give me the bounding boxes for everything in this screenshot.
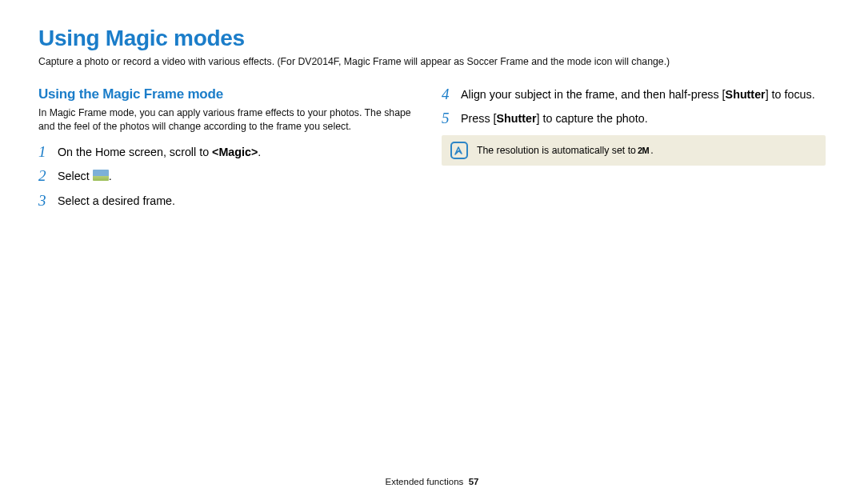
note-suffix: . [650,145,653,156]
step-text: Select a desired frame. [58,193,175,209]
step-3: 3 Select a desired frame. [38,193,422,209]
page-subtitle: Capture a photo or record a video with v… [38,56,826,69]
left-column: Using the Magic Frame mode In Magic Fram… [38,86,422,217]
text-suffix: ] to focus. [766,88,815,101]
note-icon [450,142,468,159]
step-number: 4 [442,86,453,102]
section-intro: In Magic Frame mode, you can apply vario… [38,106,422,133]
text-bold: Shutter [726,88,766,101]
text-bold: Shutter [497,112,537,125]
note-prefix: The resolution is automatically set to [477,145,636,156]
text-prefix: Align your subject in the frame, and the… [461,88,726,101]
footer: Extended functions 57 [0,477,864,486]
step-text: Select . [58,168,112,184]
step-4: 4 Align your subject in the frame, and t… [442,86,826,102]
step-number: 2 [38,168,50,184]
resolution-badge: 2M [638,146,649,155]
step-1: 1 On the Home screen, scroll to <Magic>. [38,144,422,160]
footer-section: Extended functions [385,477,463,486]
text-prefix: On the Home screen, scroll to [58,146,212,158]
section-title: Using the Magic Frame mode [38,86,422,102]
step-text: On the Home screen, scroll to <Magic>. [58,144,261,160]
content-columns: Using the Magic Frame mode In Magic Fram… [38,86,826,217]
text-suffix: ] to capture the photo. [537,112,648,125]
magic-frame-icon [93,170,109,181]
note-icon-wrap [442,142,477,159]
text-suffix: . [258,146,261,158]
right-column: 4 Align your subject in the frame, and t… [442,86,826,217]
step-number: 3 [38,193,50,209]
page-number: 57 [469,477,479,486]
text-suffix: . [109,170,112,182]
note-box: The resolution is automatically set to 2… [442,135,826,166]
step-text: Press [Shutter] to capture the photo. [461,110,648,126]
step-2: 2 Select . [38,168,422,184]
page-title: Using Magic modes [38,26,826,51]
text-prefix: Select [58,170,93,182]
note-text: The resolution is automatically set to 2… [477,135,662,166]
step-text: Align your subject in the frame, and the… [461,86,815,102]
text-prefix: Press [ [461,112,497,125]
step-number: 1 [38,144,50,160]
text-bold: <Magic> [212,146,258,158]
step-5: 5 Press [Shutter] to capture the photo. [442,110,826,126]
step-number: 5 [442,110,453,126]
